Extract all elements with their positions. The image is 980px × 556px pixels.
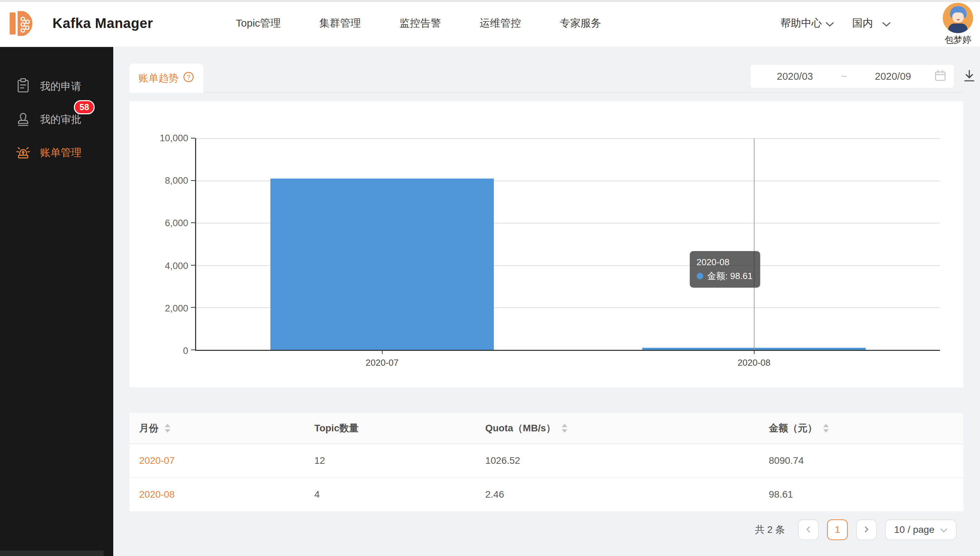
table-row: 2020-07 12 1026.52 8090.74 [129, 444, 964, 478]
region-select[interactable]: 国内 [852, 16, 891, 31]
region-label: 国内 [852, 16, 873, 31]
header: Kafka Manager Topic管理 集群管理 监控告警 运维管控 专家服… [0, 0, 980, 47]
sidebar: 我的申请 我的审批 58 [0, 47, 113, 556]
page-size-select[interactable]: 10 / page [885, 519, 956, 540]
chart-plot: 2020-08 金额: 98.61 2020-072020-08 [195, 138, 940, 351]
month-link[interactable]: 2020-07 [129, 455, 305, 466]
top-nav: Topic管理 集群管理 监控告警 运维管控 专家服务 [236, 16, 601, 31]
y-tick-label: 6,000 [165, 218, 188, 229]
chevron-down-icon [825, 18, 834, 29]
date-range-picker[interactable]: 2020/03 ~ 2020/09 [750, 64, 954, 89]
month-link[interactable]: 2020-08 [129, 489, 305, 500]
y-tick-mark [191, 307, 195, 308]
amount-cell: 8090.74 [759, 455, 964, 466]
chevron-down-icon [940, 524, 948, 535]
pagination-total: 共 2 条 [755, 523, 785, 536]
sidebar-item-my-approvals[interactable]: 我的审批 58 [0, 103, 113, 136]
tooltip-series-dot [696, 273, 703, 280]
date-end-input[interactable]: 2020/09 [852, 71, 934, 82]
username: 包梦婷 [944, 34, 971, 46]
tooltip-title: 2020-08 [696, 255, 753, 269]
chart-tooltip: 2020-08 金额: 98.61 [689, 251, 760, 288]
date-start-input[interactable]: 2020/03 [754, 71, 836, 82]
y-tick-mark [191, 222, 195, 223]
y-tick-label: 2,000 [165, 303, 188, 314]
tooltip-series-text: 金额: 98.61 [707, 269, 753, 283]
gridline [196, 138, 940, 139]
help-center-label: 帮助中心 [780, 16, 822, 31]
sidebar-item-bill-management[interactable]: 账单管理 [0, 136, 113, 169]
sidebar-item-label: 我的审批 [40, 113, 81, 127]
tab-bill-trend[interactable]: 账单趋势 ? [129, 63, 203, 93]
sort-icon[interactable] [823, 424, 829, 433]
tab-label: 账单趋势 [139, 71, 179, 85]
chevron-right-icon [862, 525, 870, 535]
y-tick-label: 4,000 [165, 260, 188, 272]
y-tick-label: 0 [183, 345, 188, 356]
column-header-topic-count: Topic数量 [305, 422, 476, 435]
stamp-icon [15, 110, 31, 129]
x-tick-mark [754, 350, 754, 354]
header-right: 帮助中心 国内 包梦婷 [780, 1, 980, 46]
bill-trend-chart: 02,0004,0006,0008,00010,000 2020-08 金额: … [129, 101, 964, 388]
y-tick-mark [191, 138, 195, 139]
x-axis-label: 2020-08 [738, 357, 770, 368]
y-tick-label: 8,000 [165, 175, 188, 186]
svg-text:?: ? [187, 74, 191, 81]
app-logo-icon [8, 7, 42, 40]
approval-count-badge: 58 [74, 100, 95, 114]
avatar [943, 3, 973, 33]
help-center-menu[interactable]: 帮助中心 [780, 16, 834, 31]
page-size-label: 10 / page [894, 524, 935, 535]
quota-cell: 1026.52 [476, 455, 759, 466]
topic-count-cell: 12 [305, 455, 476, 466]
sidebar-item-my-applications[interactable]: 我的申请 [0, 70, 113, 103]
chart-crosshair [754, 138, 754, 350]
chevron-left-icon [805, 525, 812, 535]
page-1-button[interactable]: 1 [827, 519, 848, 540]
tabbar-divider [129, 92, 964, 93]
calendar-icon [934, 70, 946, 83]
nav-ops-control[interactable]: 运维管控 [480, 16, 521, 31]
y-tick-label: 10,000 [160, 133, 188, 144]
y-axis-labels: 02,0004,0006,0008,00010,000 [129, 138, 192, 351]
brand[interactable]: Kafka Manager [0, 7, 153, 40]
download-icon [962, 68, 977, 85]
nav-monitor-alert[interactable]: 监控告警 [400, 16, 441, 31]
column-header-quota[interactable]: Quota（MB/s） [476, 422, 759, 435]
brand-title: Kafka Manager [52, 16, 153, 31]
quota-cell: 2.46 [476, 489, 759, 500]
table-header-row: 月份 Topic数量 Quota（MB/s） 金额（元） [129, 413, 964, 444]
pagination: 共 2 条 1 10 / page [755, 519, 956, 540]
column-header-month[interactable]: 月份 [129, 422, 305, 435]
x-axis-label: 2020-07 [366, 357, 399, 368]
main-content: 账单趋势 ? 2020/03 ~ 2020/09 [113, 47, 980, 556]
table-row: 2020-08 4 2.46 98.61 [129, 478, 964, 512]
bill-table: 月份 Topic数量 Quota（MB/s） 金额（元） 2020-07 12 [129, 413, 964, 512]
y-tick-mark [191, 180, 195, 181]
column-header-amount[interactable]: 金额（元） [759, 422, 964, 435]
prev-page-button[interactable] [798, 519, 819, 540]
download-button[interactable] [961, 68, 977, 84]
nav-expert-service[interactable]: 专家服务 [560, 16, 601, 31]
x-tick-mark [382, 350, 383, 354]
date-separator: ~ [836, 71, 852, 82]
topic-count-cell: 4 [305, 489, 476, 500]
user-menu[interactable]: 包梦婷 [943, 1, 973, 46]
y-tick-mark [191, 349, 195, 350]
sort-icon[interactable] [562, 424, 567, 433]
sidebar-scrollbar[interactable] [0, 551, 103, 556]
nav-cluster-management[interactable]: 集群管理 [320, 16, 361, 31]
chevron-down-icon [882, 18, 891, 29]
siren-icon [15, 144, 31, 162]
window-top-strip [0, 0, 980, 2]
clipboard-icon [15, 78, 31, 96]
y-tick-mark [191, 265, 195, 265]
help-icon[interactable]: ? [182, 71, 194, 85]
bar-2020-07[interactable] [270, 179, 494, 350]
nav-topic-management[interactable]: Topic管理 [236, 16, 281, 31]
sidebar-item-label: 我的申请 [40, 79, 81, 94]
amount-cell: 98.61 [759, 489, 964, 500]
next-page-button[interactable] [856, 519, 877, 540]
sort-icon[interactable] [165, 424, 170, 433]
